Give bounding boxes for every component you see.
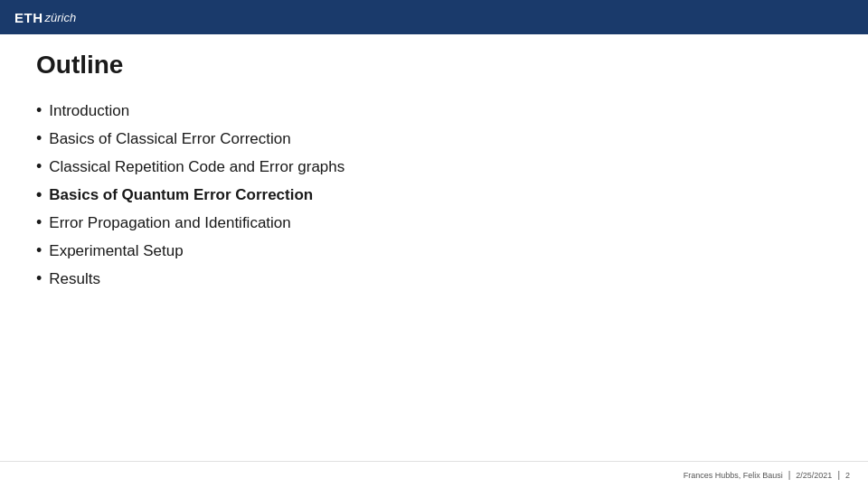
bullet-icon-6: • (36, 269, 42, 288)
outline-item-6: •Results (36, 269, 832, 288)
eth-logo-zurich-text: zürich (45, 11, 77, 24)
outline-item-0: •Introduction (36, 101, 832, 120)
outline-item-text-1: Basics of Classical Error Correction (49, 130, 290, 148)
bullet-icon-4: • (36, 213, 42, 232)
outline-item-3: •Basics of Quantum Error Correction (36, 185, 832, 204)
footer-sep1: | (788, 470, 791, 480)
outline-item-text-6: Results (49, 270, 100, 288)
eth-logo-eth-text: ETH (14, 10, 43, 25)
bullet-icon-1: • (36, 129, 42, 148)
outline-item-2: •Classical Repetition Code and Error gra… (36, 157, 832, 176)
footer-authors: Frances Hubbs, Felix Bausi (684, 471, 783, 480)
slide-title: Outline (36, 51, 832, 80)
outline-item-5: •Experimental Setup (36, 241, 832, 260)
footer: Frances Hubbs, Felix Bausi | 2/25/2021 |… (0, 461, 868, 488)
outline-item-text-3: Basics of Quantum Error Correction (49, 186, 313, 204)
main-content: Outline •Introduction•Basics of Classica… (0, 34, 868, 461)
outline-item-4: •Error Propagation and Identification (36, 213, 832, 232)
bullet-icon-2: • (36, 157, 42, 176)
header-bar: ETH zürich (0, 0, 868, 34)
footer-text: Frances Hubbs, Felix Bausi | 2/25/2021 |… (684, 470, 850, 480)
footer-sep2: | (837, 470, 840, 480)
outline-item-1: •Basics of Classical Error Correction (36, 129, 832, 148)
footer-date: 2/25/2021 (796, 471, 832, 480)
outline-item-text-2: Classical Repetition Code and Error grap… (49, 158, 344, 176)
eth-logo: ETH zürich (14, 10, 76, 25)
bullet-icon-0: • (36, 101, 42, 120)
outline-item-text-4: Error Propagation and Identification (49, 214, 290, 232)
slide: ETH zürich Outline •Introduction•Basics … (0, 0, 868, 488)
outline-item-text-0: Introduction (49, 102, 129, 120)
bullet-icon-5: • (36, 241, 42, 260)
outline-item-text-5: Experimental Setup (49, 242, 183, 260)
footer-page: 2 (845, 471, 850, 480)
bullet-icon-3: • (36, 185, 42, 204)
outline-list: •Introduction•Basics of Classical Error … (36, 101, 832, 288)
